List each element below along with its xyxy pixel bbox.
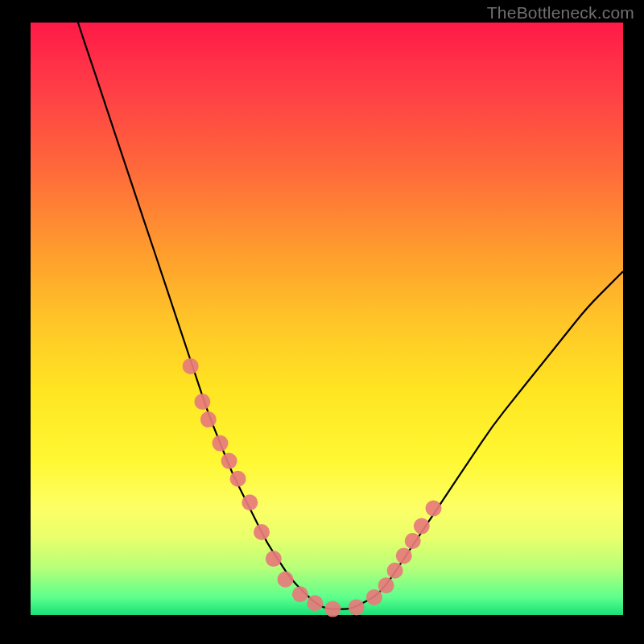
chart-marker xyxy=(414,518,430,535)
chart-marker xyxy=(254,524,270,540)
plot-area xyxy=(31,23,623,615)
chart-marker xyxy=(405,533,421,549)
chart-marker xyxy=(242,494,258,510)
chart-marker xyxy=(230,471,246,487)
chart-marker xyxy=(378,577,394,593)
chart-marker xyxy=(292,586,308,602)
bottleneck-curve xyxy=(78,23,623,609)
chart-svg xyxy=(31,23,623,615)
chart-marker xyxy=(366,589,382,605)
chart-marker xyxy=(221,453,237,469)
chart-marker xyxy=(349,599,365,615)
watermark-text: TheBottleneck.com xyxy=(487,3,634,23)
chart-marker xyxy=(387,563,403,579)
chart-marker xyxy=(213,436,229,452)
chart-marker xyxy=(183,358,199,374)
chart-marker xyxy=(200,411,217,427)
chart-marker xyxy=(426,501,442,517)
chart-marker xyxy=(324,601,341,617)
chart-marker xyxy=(278,572,294,588)
chart-marker xyxy=(194,394,210,410)
chart-marker xyxy=(396,547,412,564)
chart-marker xyxy=(307,595,323,611)
chart-markers xyxy=(183,358,442,617)
chart-marker xyxy=(266,551,282,567)
chart-stage: TheBottleneck.com xyxy=(0,0,644,644)
